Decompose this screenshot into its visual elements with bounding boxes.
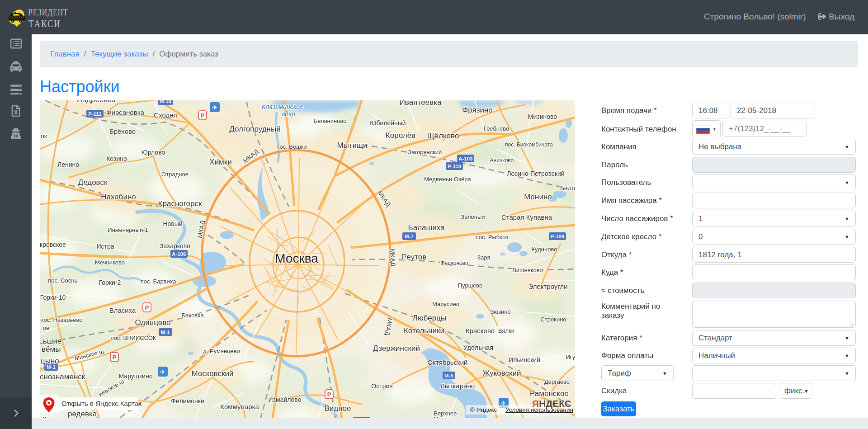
svg-text:Новый: Новый (163, 220, 182, 227)
svg-text:Одинцово: Одинцово (135, 318, 171, 327)
svg-text:Зелёный: Зелёный (461, 213, 485, 220)
svg-text:© Яндекс: © Яндекс (470, 406, 497, 413)
svg-text:Лыткарино: Лыткарино (440, 382, 475, 390)
svg-text:Строкино: Строкино (540, 316, 566, 323)
svg-text:Козино: Козино (106, 155, 127, 162)
svg-text:Кудиново: Кудиново (532, 246, 557, 253)
svg-text:Остров: Остров (371, 382, 392, 390)
svg-text:P: P (145, 304, 149, 311)
svg-text:Брёхово: Брёхово (109, 127, 136, 135)
svg-text:снознаменск: снознаменск (40, 372, 85, 381)
svg-text:Беляниново: Беляниново (314, 118, 347, 124)
svg-text:Захарково: Захарково (160, 242, 190, 250)
svg-text:Мизиново: Мизиново (528, 113, 557, 120)
svg-text:Вишняково: Вишняково (512, 267, 543, 273)
svg-text:ьшие: ьшие (43, 337, 61, 345)
svg-text:Баковка: Баковка (182, 312, 204, 319)
svg-text:М-10: М-10 (160, 100, 171, 104)
svg-text:Р-109: Р-109 (551, 234, 565, 239)
svg-text:Игу: Игу (566, 354, 575, 360)
svg-text:Октябрьский: Октябрьский (428, 358, 468, 366)
svg-text:пос. Вёшки: пос. Вёшки (276, 143, 307, 150)
svg-text:Коммунарка: Коммунарка (220, 403, 259, 410)
svg-text:Вялки: Вялки (498, 327, 514, 334)
svg-text:Монино: Монино (524, 193, 552, 201)
svg-text:вёмы: вёмы (42, 345, 61, 354)
svg-text:и: и (43, 415, 47, 418)
svg-text:Удельная: Удельная (463, 344, 493, 351)
svg-text:пос. Сосны: пос. Сосны (48, 277, 79, 284)
svg-text:Сходня: Сходня (154, 111, 177, 119)
svg-text:Лосино-Петровский: Лосино-Петровский (507, 170, 564, 177)
svg-text:Реутов: Реутов (402, 253, 426, 261)
svg-text:А-103: А-103 (458, 156, 472, 161)
svg-text:Мытищи: Мытищи (337, 141, 367, 150)
svg-text:Марусино: Марусино (432, 301, 459, 307)
svg-text:Красногорск: Красногорск (158, 199, 202, 208)
svg-text:Дзержинский: Дзержинский (373, 344, 420, 353)
svg-text:Зюзино: Зюзино (490, 308, 510, 315)
svg-text:Юбилейный: Юбилейный (370, 119, 406, 127)
svg-text:пос. Рыбхоз: пос. Рыбхоз (476, 234, 508, 240)
svg-text:Власиха: Власиха (109, 306, 136, 314)
svg-text:д. Румянцево: д. Румянцево (203, 348, 240, 354)
svg-text:Московский: Московский (191, 369, 233, 378)
svg-text:А-106: А-106 (172, 251, 186, 257)
svg-text:✈: ✈ (160, 368, 166, 376)
svg-text:Измайлово: Измайлово (269, 396, 302, 403)
svg-text:Котельники: Котельники (404, 326, 444, 335)
svg-text:Заря: Заря (477, 254, 490, 261)
svg-text:Р-110: Р-110 (448, 164, 461, 169)
svg-text:Дедовск: Дедовск (78, 178, 108, 187)
svg-text:Р-111: Р-111 (88, 111, 102, 117)
svg-text:М-5: М-5 (444, 373, 453, 378)
svg-text:P: P (327, 391, 331, 398)
svg-text:пос. ВНИИССОК: пос. ВНИИССОК (111, 335, 156, 341)
svg-text:пос. Назарьево: пос. Назарьево (41, 316, 83, 323)
svg-text:P: P (113, 354, 117, 361)
svg-text:цыно: цыно (41, 357, 59, 365)
svg-text:М-7: М-7 (405, 234, 414, 239)
svg-text:Пуршево: Пуршево (458, 282, 483, 289)
svg-text:М-1: М-1 (161, 330, 170, 335)
svg-text:Клязьминское: Клязьминское (262, 103, 303, 110)
svg-text:Ильинский: Ильинский (509, 356, 540, 363)
svg-text:Мечниково: Мечниково (95, 259, 125, 266)
svg-text:Медвежьи Озёра: Медвежьи Озёра (424, 176, 471, 183)
svg-text:Раменское: Раменское (530, 389, 569, 398)
svg-text:Отрадное: Отрадное (161, 171, 189, 178)
svg-text:Жуковский: Жуковский (483, 369, 521, 377)
svg-text:Ивантеевка: Ивантеевка (400, 100, 442, 107)
svg-text:Андреевка: Андреевка (77, 100, 116, 104)
svg-text:Открыть в Яндекс.Картах: Открыть в Яндекс.Картах (61, 400, 142, 407)
svg-text:ок: ок (41, 132, 47, 140)
svg-text:МКАД: МКАД (389, 249, 397, 267)
svg-text:Аничково: Аничково (490, 157, 514, 164)
svg-text:Балашиха: Балашиха (408, 223, 445, 232)
svg-text:ое: ое (43, 325, 49, 331)
svg-text:Фрязино: Фрязино (462, 106, 493, 114)
svg-text:Королёв: Королёв (386, 131, 415, 140)
svg-text:Горки-2: Горки-2 (99, 279, 121, 286)
svg-text:Нахабино: Нахабино (101, 193, 136, 201)
svg-text:Долгопрудный: Долгопрудный (229, 125, 280, 133)
svg-text:Филимонки: Филимонки (171, 397, 204, 405)
svg-text:✈: ✈ (212, 104, 218, 111)
svg-text:Электроугли: Электроугли (528, 283, 567, 290)
svg-text:Дергаево: Дергаево (544, 378, 570, 385)
svg-text:Люберцы: Люберцы (413, 314, 446, 322)
svg-text:Красково: Красково (466, 327, 495, 335)
svg-text:Инженерный-1: Инженерный-1 (108, 226, 148, 233)
svg-text:Федурново: Федурново (440, 260, 468, 266)
svg-text:P: P (201, 112, 205, 119)
svg-text:Москва: Москва (275, 251, 318, 265)
svg-text:Истра: Истра (96, 243, 114, 250)
svg-text:Загорянский: Загорянский (408, 149, 442, 156)
svg-text:Старая Купавна: Старая Купавна (501, 213, 552, 221)
svg-text:редевка: редевка (68, 410, 97, 418)
svg-text:Юрлово: Юрлово (142, 149, 165, 156)
svg-text:пос. Биокомбината: пос. Биокомбината (505, 141, 553, 148)
svg-text:Фирсановка: Фирсановка (106, 108, 144, 116)
svg-text:Гребнево: Гребнево (484, 125, 509, 132)
svg-text:пос. Барвиха: пос. Барвиха (141, 278, 177, 285)
